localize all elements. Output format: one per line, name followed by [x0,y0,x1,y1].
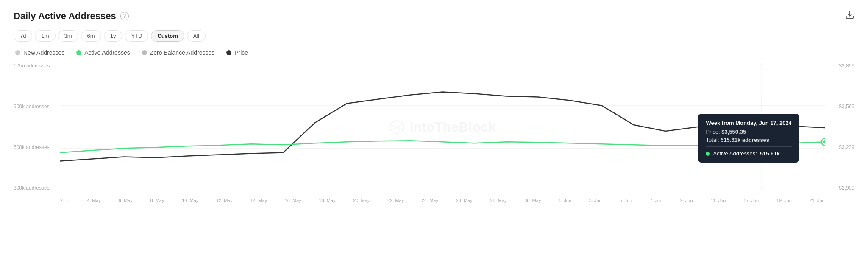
y-label-3899: $3,899 [839,63,854,69]
x-label-1: 4. May [87,198,101,203]
x-label-19: 9. Jun [680,198,693,203]
x-label-6: 14. May [250,198,267,203]
filter-all[interactable]: All [187,30,206,42]
info-icon[interactable]: ? [120,12,129,20]
legend-label-new: New Addresses [23,49,64,56]
x-label-7: 16. May [285,198,301,203]
tooltip: Week from Monday, Jun 17, 2024 Price: $3… [698,114,799,163]
legend-label-active: Active Addresses [84,49,130,56]
y-label-1.2m: 1.2m addresses [14,63,50,69]
legend-new-addresses: New Addresses [15,49,64,56]
x-label-4: 10. May [182,198,198,203]
legend-dot-new [15,50,20,55]
y-label-3239: $3,239 [839,144,854,150]
x-label-20: 11. Jun [710,198,726,203]
x-label-15: 1. Jun [559,198,571,203]
legend-label-price: Price [234,49,248,56]
tooltip-title: Week from Monday, Jun 17, 2024 [706,120,792,126]
filter-3m[interactable]: 3m [58,30,78,42]
tooltip-active-label: Active Addresses: [713,150,757,157]
tooltip-active-value: 515.61k [760,150,780,157]
y-label-3569: $3,569 [839,104,854,110]
tooltip-divider [706,146,792,147]
legend-dot-active [76,50,81,55]
y-label-600k: 600k addresses [14,144,50,150]
chart-title: Daily Active Addresses [14,11,116,22]
header-row: Daily Active Addresses ? [14,10,854,22]
legend-row: New Addresses Active Addresses Zero Bala… [14,49,854,56]
x-label-16: 3. Jun [589,198,602,203]
tooltip-active-row: Active Addresses: 515.61k [706,150,792,157]
legend-dot-price [226,50,231,55]
filter-custom[interactable]: Custom [151,30,184,42]
x-label-12: 26. May [456,198,473,203]
x-label-14: 30. May [524,198,541,203]
chart-area: 1.2m addresses 900k addresses 600k addre… [14,63,854,203]
legend-active-addresses: Active Addresses [76,49,130,56]
x-axis-row: 2. ... 4. May 6. May 8. May 10. May 12. … [60,198,825,203]
title-group: Daily Active Addresses ? [14,11,129,22]
x-label-18: 7. Jun [650,198,662,203]
chart-container: Daily Active Addresses ? 7d 1m 3m 6m 1y … [0,0,868,253]
x-label-17: 5. Jun [619,198,632,203]
x-label-0: 2. ... [60,198,69,203]
tooltip-price-value: $3,550.35 [721,129,746,135]
x-label-10: 22. May [387,198,404,203]
x-label-9: 20. May [353,198,370,203]
y-axis-right: $3,899 $3,569 $3,239 $2,909 [839,63,854,203]
y-label-2909: $2,909 [839,185,854,191]
tooltip-active-dot [706,152,710,156]
x-label-8: 18. May [319,198,335,203]
x-label-22: 19. Jun [776,198,792,203]
x-label-11: 24. May [422,198,438,203]
filter-7d[interactable]: 7d [14,30,32,42]
tooltip-total-row: Total: 515.61k addresses [706,137,792,143]
tooltip-total-value: 515.61k addresses [721,137,769,143]
y-label-300k: 300k addresses [14,185,50,191]
filter-1y[interactable]: 1y [104,30,122,42]
legend-label-zero: Zero Balance Addresses [150,49,215,56]
tooltip-price-row: Price: $3,550.35 [706,129,792,135]
filter-6m[interactable]: 6m [81,30,101,42]
filter-1m[interactable]: 1m [35,30,55,42]
filter-ytd[interactable]: YTD [125,30,148,42]
x-label-3: 8. May [150,198,164,203]
tooltip-total-label: Total: [706,137,719,143]
x-label-13: 28. May [490,198,506,203]
tooltip-price-label: Price: [706,129,720,135]
legend-zero-balance: Zero Balance Addresses [142,49,215,56]
x-label-23: 21. Jun [810,198,825,203]
legend-price: Price [226,49,248,56]
download-button[interactable] [845,10,854,22]
legend-dot-zero [142,50,147,55]
y-label-900k: 900k addresses [14,104,50,110]
time-filter-row: 7d 1m 3m 6m 1y YTD Custom All [14,30,854,42]
x-label-2: 6. May [119,198,133,203]
x-label-5: 12. May [216,198,233,203]
y-axis-left: 1.2m addresses 900k addresses 600k addre… [14,63,50,203]
x-label-21: 17. Jun [743,198,759,203]
